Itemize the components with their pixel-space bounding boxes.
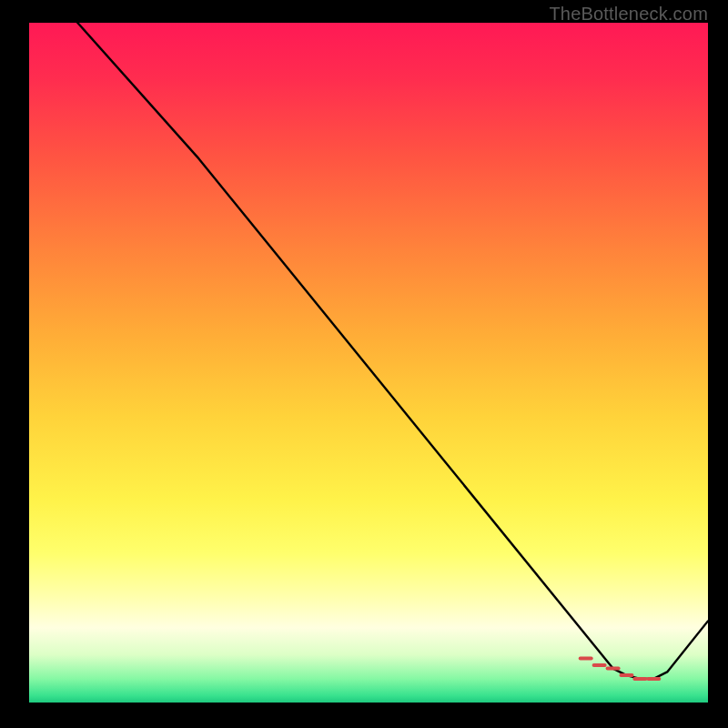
chart-frame: TheBottleneck.com — [0, 0, 728, 728]
watermark-text: TheBottleneck.com — [549, 4, 708, 25]
marker-group — [581, 658, 660, 679]
line-curve — [29, 23, 708, 703]
plot-area — [29, 23, 708, 703]
series-curve — [29, 23, 708, 679]
